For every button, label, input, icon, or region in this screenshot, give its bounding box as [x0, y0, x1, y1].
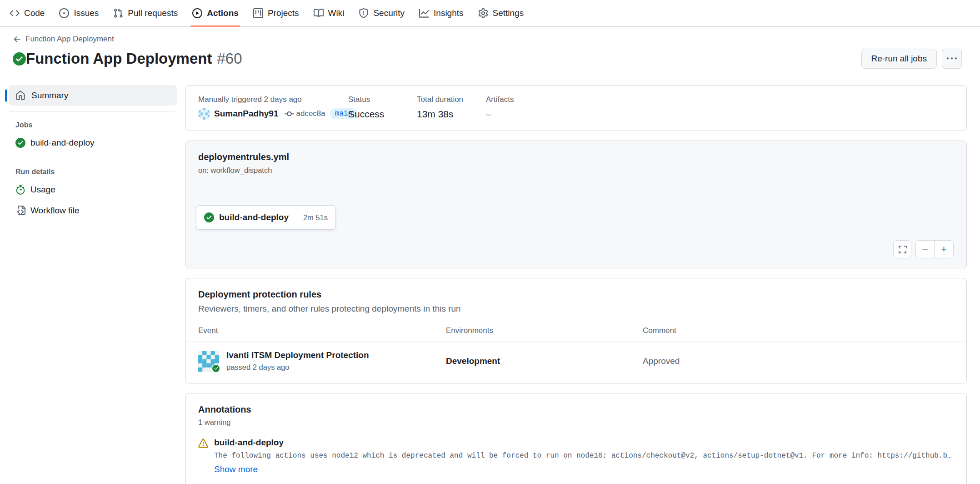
page-title: Function App Deployment: [26, 50, 212, 67]
author-link[interactable]: SumanPadhy91: [214, 109, 279, 119]
environment-cell[interactable]: Development: [446, 356, 643, 366]
avatar: [198, 108, 210, 120]
status-label: Status: [348, 95, 417, 104]
sidebar-item-label: Workflow file: [30, 206, 79, 216]
rerun-all-jobs-button[interactable]: Re-run all jobs: [861, 49, 937, 69]
duration-label: Total duration: [417, 95, 486, 104]
zoom-out-button[interactable]: –: [916, 241, 935, 258]
workflow-trigger: on: workflow_dispatch: [198, 166, 954, 175]
tab-projects[interactable]: Projects: [247, 0, 305, 26]
check-circle-icon: [204, 212, 214, 222]
check-circle-icon: [13, 52, 26, 66]
tab-issues[interactable]: Issues: [53, 0, 105, 26]
annotation-job-name[interactable]: build-and-deploy: [214, 438, 954, 448]
git-commit-icon: [285, 109, 294, 119]
alert-triangle-icon: [198, 438, 208, 449]
sidebar-section-jobs: Jobs: [15, 121, 177, 129]
sidebar-item-summary[interactable]: Summary: [9, 85, 177, 106]
annotations-count: 1 warning: [198, 418, 954, 427]
tab-label: Issues: [74, 8, 99, 18]
home-icon: [15, 91, 25, 101]
issue-opened-icon: [59, 8, 69, 18]
sidebar-item-label: Usage: [30, 185, 55, 195]
tab-label: Projects: [268, 8, 299, 18]
passed-check-badge: [211, 364, 220, 373]
workflow-graph-card: deploymentrules.yml on: workflow_dispatc…: [185, 141, 967, 268]
arrow-left-icon: [13, 35, 21, 44]
sidebar-divider: [9, 111, 177, 111]
tab-code[interactable]: Code: [4, 0, 50, 26]
artifacts-value: –: [486, 109, 954, 120]
tab-pull-requests[interactable]: Pull requests: [107, 0, 184, 26]
sidebar-job-label: build-and-deploy: [30, 138, 95, 148]
tab-label: Settings: [493, 8, 524, 18]
job-node-build-and-deploy[interactable]: build-and-deploy 2m 51s: [196, 205, 336, 230]
tab-security[interactable]: Security: [353, 0, 410, 26]
org-avatar: [198, 351, 219, 372]
event-name[interactable]: Ivanti ITSM Deployment Protection: [226, 350, 369, 360]
kebab-icon: [947, 54, 957, 64]
annotation-body: build-and-deploy The following actions u…: [214, 438, 954, 474]
screen-full-icon: [898, 245, 907, 254]
job-node-duration: 2m 51s: [303, 213, 328, 222]
status-column: Status Success: [348, 95, 417, 120]
header-actions: Re-run all jobs: [861, 49, 962, 69]
fit-view-button[interactable]: [893, 240, 911, 258]
trigger-column: Manually triggered 2 days ago SumanPadhy…: [198, 95, 348, 120]
sidebar-item-job-build-and-deploy[interactable]: build-and-deploy: [9, 133, 177, 152]
zoom-in-button[interactable]: +: [935, 241, 953, 258]
trigger-row: SumanPadhy91 adcec8a main: [198, 108, 348, 120]
book-icon: [314, 8, 324, 18]
content: Summary Jobs build-and-deploy Run detail…: [0, 78, 980, 484]
back-link-label: Function App Deployment: [25, 35, 114, 44]
tab-label: Pull requests: [128, 8, 178, 18]
back-link[interactable]: Function App Deployment: [13, 35, 114, 44]
git-pull-request-icon: [113, 8, 123, 18]
sidebar-item-workflow-file[interactable]: Workflow file: [9, 201, 177, 220]
show-more-link[interactable]: Show more: [214, 464, 258, 474]
duration-column: Total duration 13m 38s: [417, 95, 486, 120]
file-code-icon: [15, 206, 25, 216]
commit-sha-link[interactable]: adcec8a: [296, 109, 325, 118]
annotations-card: Annotations 1 warning build-and-deploy T…: [185, 393, 967, 484]
duration-value: 13m 38s: [417, 109, 486, 120]
project-icon: [253, 8, 263, 18]
sidebar-divider: [9, 158, 177, 158]
tab-label: Insights: [434, 8, 463, 18]
status-value: Success: [348, 109, 417, 120]
tab-wiki[interactable]: Wiki: [308, 0, 350, 26]
column-header-event: Event: [198, 326, 446, 335]
job-node-label: build-and-deploy: [219, 212, 289, 222]
protection-table-header: Event Environments Comment: [186, 314, 966, 342]
protection-header: Deployment protection rules Reviewers, t…: [186, 289, 966, 314]
main: Manually triggered 2 days ago SumanPadhy…: [185, 78, 967, 484]
event-status: passed 2 days ago: [226, 363, 369, 372]
comment-cell: Approved: [643, 356, 954, 366]
tab-actions[interactable]: Actions: [186, 0, 245, 26]
tab-label: Actions: [207, 8, 239, 18]
shield-icon: [359, 8, 369, 18]
run-summary-card: Manually triggered 2 days ago SumanPadhy…: [185, 85, 967, 131]
title-row: Function App Deployment #60 Re-run all j…: [13, 49, 962, 69]
play-icon: [192, 8, 202, 18]
graph-controls: – +: [893, 240, 954, 258]
annotation-item: build-and-deploy The following actions u…: [186, 427, 966, 483]
deployment-protection-card: Deployment protection rules Reviewers, t…: [185, 278, 967, 383]
tab-insights[interactable]: Insights: [413, 0, 469, 26]
check-circle-icon: [15, 138, 25, 148]
graph-icon: [419, 8, 429, 18]
column-header-environments: Environments: [446, 326, 643, 335]
artifacts-label: Artifacts: [486, 95, 954, 104]
artifacts-column: Artifacts –: [486, 95, 954, 120]
kebab-menu-button[interactable]: [942, 49, 962, 69]
annotation-message: The following actions uses node12 which …: [214, 452, 954, 460]
gear-icon: [478, 8, 488, 18]
event-text: Ivanti ITSM Deployment Protection passed…: [226, 350, 369, 372]
sidebar-section-run-details: Run details: [15, 168, 177, 176]
sidebar-item-usage[interactable]: Usage: [9, 180, 177, 199]
column-header-comment: Comment: [643, 326, 954, 335]
workflow-file-name: deploymentrules.yml: [198, 152, 954, 162]
trigger-label: Manually triggered 2 days ago: [198, 95, 348, 104]
tab-settings[interactable]: Settings: [472, 0, 530, 26]
stopwatch-icon: [15, 185, 25, 195]
